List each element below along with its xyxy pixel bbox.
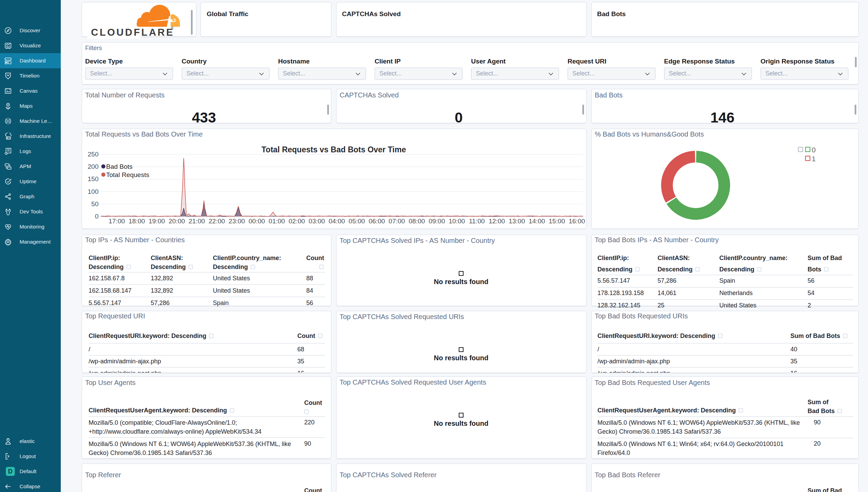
svg-text:0: 0	[812, 146, 816, 154]
svg-text:1: 1	[812, 155, 816, 163]
